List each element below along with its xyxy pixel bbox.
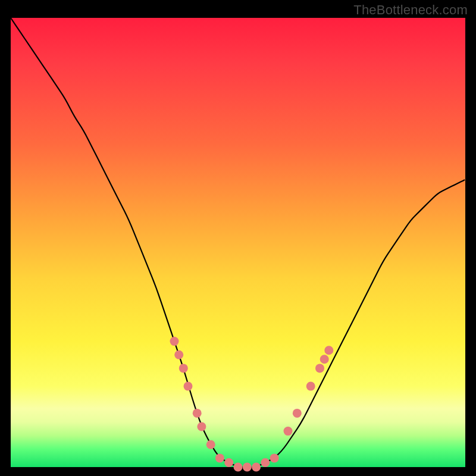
- marker-dot: [261, 458, 270, 467]
- marker-dot: [179, 364, 188, 372]
- chart-svg: [11, 18, 465, 467]
- marker-dot: [197, 422, 206, 431]
- marker-dot: [170, 337, 179, 346]
- marker-dot: [184, 382, 193, 391]
- marker-dot: [315, 364, 324, 372]
- watermark-text: TheBottleneck.com: [353, 2, 468, 18]
- marker-dot: [324, 346, 333, 355]
- bottleneck-curve-line: [11, 18, 465, 467]
- marker-dot: [252, 463, 261, 472]
- marker-dot: [174, 350, 183, 359]
- marker-dot: [293, 409, 302, 418]
- marker-dot: [243, 463, 252, 472]
- marker-dot: [270, 453, 279, 462]
- marker-dot: [193, 409, 202, 418]
- marker-dot: [284, 427, 293, 436]
- marker-dot: [224, 458, 233, 467]
- chart-frame: TheBottleneck.com: [0, 0, 476, 476]
- marker-dot: [234, 463, 243, 472]
- marker-dot: [306, 382, 315, 391]
- marker-dot: [206, 440, 215, 449]
- marker-dot: [320, 355, 329, 364]
- marker-dot: [215, 453, 224, 462]
- plot-area: [11, 18, 465, 467]
